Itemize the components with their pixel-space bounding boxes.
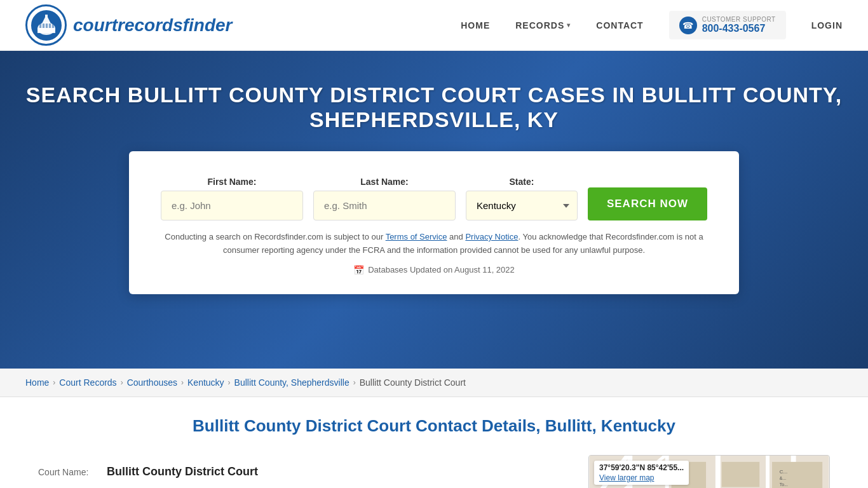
breadcrumb-sep-2: › (121, 378, 123, 387)
svg-rect-4 (45, 15, 48, 17)
svg-text:To...: To... (780, 482, 788, 487)
calendar-icon: 📅 (353, 265, 364, 275)
search-fields: First Name: Last Name: State: AlabamaAla… (161, 177, 707, 220)
section-title: Bullitt County District Court Contact De… (38, 416, 830, 436)
map-coordinates: 37°59'20.3"N 85°42'55... (599, 463, 684, 472)
svg-rect-9 (52, 24, 54, 28)
last-name-input[interactable] (313, 191, 456, 220)
nav-records[interactable]: RECORDS ▾ (515, 20, 571, 30)
breadcrumb-courthouses[interactable]: Courthouses (127, 377, 177, 388)
main-content: Bullitt County District Court Contact De… (0, 397, 868, 488)
svg-rect-19 (766, 456, 770, 488)
breadcrumb-court-records[interactable]: Court Records (59, 377, 116, 388)
hero-content: SEARCH BULLITT COUNTY DISTRICT COURT CAS… (25, 83, 843, 294)
phone-icon: ☎ (679, 17, 697, 34)
nav-contact[interactable]: CONTACT (596, 20, 643, 30)
breadcrumb-sep-1: › (53, 378, 55, 387)
logo-icon (25, 4, 67, 46)
contact-phone-area: ☎ CUSTOMER SUPPORT 800-433-0567 (669, 11, 786, 39)
search-box: First Name: Last Name: State: AlabamaAla… (129, 151, 739, 294)
court-name-label: Court Name: (38, 467, 102, 477)
logo-text: courtrecordsfinder (73, 15, 233, 36)
court-name-row: Court Name: Bullitt County District Cour… (38, 455, 563, 488)
state-select[interactable]: AlabamaAlaskaArizonaArkansasCaliforniaCo… (466, 191, 578, 220)
db-updated-text: Databases Updated on August 11, 2022 (368, 265, 515, 274)
view-larger-map-link[interactable]: View larger map (599, 473, 684, 482)
svg-rect-7 (46, 24, 48, 28)
svg-rect-25 (722, 462, 759, 487)
breadcrumb-sep-3: › (181, 378, 184, 387)
db-updated: 📅 Databases Updated on August 11, 2022 (161, 265, 707, 275)
terms-link[interactable]: Terms of Service (386, 232, 447, 241)
svg-rect-6 (43, 24, 44, 28)
phone-text: CUSTOMER SUPPORT 800-433-0567 (702, 16, 776, 34)
main-nav: HOME RECORDS ▾ CONTACT ☎ CUSTOMER SUPPOR… (461, 11, 843, 39)
phone-label: CUSTOMER SUPPORT (702, 16, 776, 23)
court-name-value: Bullitt County District Court (107, 465, 258, 478)
nav-records-label: RECORDS (515, 20, 564, 30)
header: courtrecordsfinder HOME RECORDS ▾ CONTAC… (0, 0, 868, 51)
details-map-row: Court Name: Bullitt County District Cour… (38, 455, 830, 488)
svg-rect-8 (49, 24, 51, 28)
hero-title: SEARCH BULLITT COUNTY DISTRICT COURT CAS… (25, 83, 843, 132)
svg-text:C...: C... (780, 469, 787, 475)
breadcrumb-kentucky[interactable]: Kentucky (187, 377, 224, 388)
privacy-link[interactable]: Privacy Notice (465, 232, 518, 241)
svg-rect-2 (37, 28, 55, 33)
breadcrumb-sep-5: › (353, 378, 356, 387)
breadcrumb: Home › Court Records › Courthouses › Ken… (0, 369, 868, 397)
breadcrumb-sep-4: › (228, 378, 231, 387)
map-label-overlay: 37°59'20.3"N 85°42'55... View larger map (594, 461, 689, 485)
map-area: C... &... To... Accurate Drug & DNA Test… (588, 455, 830, 488)
state-field-group: State: AlabamaAlaskaArizonaArkansasCalif… (466, 177, 578, 220)
disclaimer-text: Conducting a search on Recordsfinder.com… (161, 231, 707, 257)
state-label: State: (466, 177, 578, 187)
first-name-field-group: First Name: (161, 177, 303, 220)
logo-area: courtrecordsfinder (25, 4, 461, 46)
svg-rect-18 (715, 456, 721, 488)
search-button[interactable]: SEARCH NOW (588, 187, 707, 220)
chevron-down-icon: ▾ (567, 22, 571, 29)
breadcrumb-current: Bullitt County District Court (360, 377, 466, 388)
breadcrumb-home[interactable]: Home (25, 377, 49, 388)
map-placeholder: C... &... To... Accurate Drug & DNA Test… (589, 456, 829, 488)
login-button[interactable]: LOGIN (811, 20, 843, 30)
details-left: Court Name: Bullitt County District Cour… (38, 455, 563, 488)
phone-number: 800-433-0567 (702, 23, 776, 34)
first-name-label: First Name: (161, 177, 303, 187)
first-name-input[interactable] (161, 191, 303, 220)
last-name-label: Last Name: (313, 177, 456, 187)
logo-bold: finder (183, 15, 233, 35)
svg-rect-5 (39, 24, 41, 28)
nav-home[interactable]: HOME (461, 20, 490, 30)
svg-text:&...: &... (780, 476, 786, 480)
last-name-field-group: Last Name: (313, 177, 456, 220)
logo-thin: courtrecords (73, 15, 183, 35)
breadcrumb-bullitt-county[interactable]: Bullitt County, Shepherdsville (234, 377, 349, 388)
hero-section: SEARCH BULLITT COUNTY DISTRICT COURT CAS… (0, 51, 868, 369)
